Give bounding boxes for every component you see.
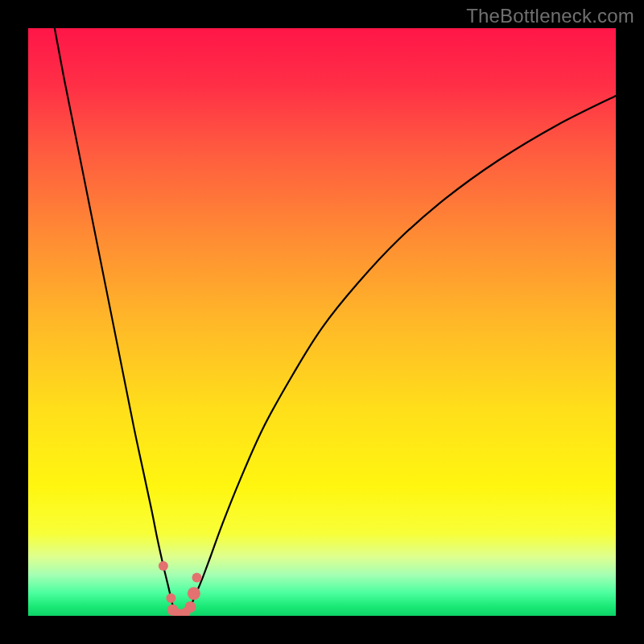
chart-plot-area bbox=[28, 28, 616, 616]
watermark-text: TheBottleneck.com bbox=[466, 5, 634, 27]
data-marker bbox=[188, 587, 200, 600]
data-marker bbox=[184, 601, 196, 613]
data-marker bbox=[192, 573, 202, 583]
gradient-background bbox=[28, 28, 616, 616]
chart-frame: TheBottleneck.com bbox=[0, 0, 644, 644]
data-marker bbox=[159, 561, 168, 571]
chart-svg bbox=[28, 28, 616, 616]
data-marker bbox=[166, 593, 175, 603]
